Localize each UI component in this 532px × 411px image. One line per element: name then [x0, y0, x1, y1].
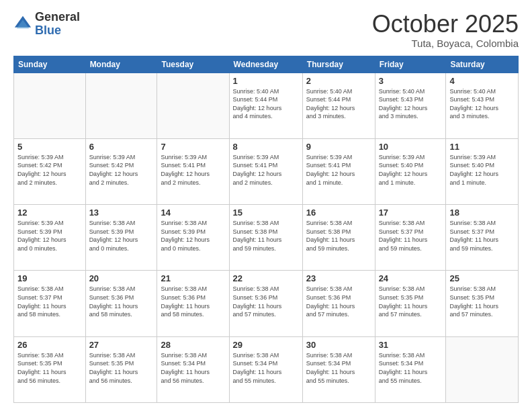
calendar-table: Sunday Monday Tuesday Wednesday Thursday… — [13, 56, 519, 403]
cell-w4-d2: 21Sunrise: 5:38 AM Sunset: 5:36 PM Dayli… — [157, 271, 229, 336]
cell-w2-d5: 10Sunrise: 5:39 AM Sunset: 5:40 PM Dayli… — [375, 138, 446, 204]
cell-w3-d0: 12Sunrise: 5:39 AM Sunset: 5:39 PM Dayli… — [14, 205, 86, 271]
day-info: Sunrise: 5:38 AM Sunset: 5:38 PM Dayligh… — [306, 219, 371, 253]
day-number: 25 — [449, 273, 515, 283]
cell-w1-d1 — [85, 73, 157, 138]
day-info: Sunrise: 5:40 AM Sunset: 5:43 PM Dayligh… — [449, 87, 515, 121]
day-info: Sunrise: 5:39 AM Sunset: 5:41 PM Dayligh… — [233, 153, 299, 187]
day-info: Sunrise: 5:38 AM Sunset: 5:36 PM Dayligh… — [89, 285, 154, 318]
day-number: 2 — [306, 76, 371, 86]
week-row-1: 1Sunrise: 5:40 AM Sunset: 5:44 PM Daylig… — [14, 73, 519, 138]
day-number: 15 — [233, 208, 299, 218]
day-number: 1 — [233, 76, 299, 86]
day-info: Sunrise: 5:39 AM Sunset: 5:40 PM Dayligh… — [449, 153, 515, 187]
day-number: 20 — [89, 273, 154, 283]
day-number: 11 — [449, 142, 515, 152]
header: General Blue October 2025 Tuta, Boyaca, … — [13, 11, 519, 49]
day-info: Sunrise: 5:39 AM Sunset: 5:42 PM Dayligh… — [17, 153, 82, 187]
header-thursday: Thursday — [302, 56, 375, 73]
day-info: Sunrise: 5:38 AM Sunset: 5:34 PM Dayligh… — [379, 351, 443, 385]
day-info: Sunrise: 5:38 AM Sunset: 5:39 PM Dayligh… — [89, 219, 154, 253]
header-sunday: Sunday — [14, 56, 86, 73]
cell-w5-d2: 28Sunrise: 5:38 AM Sunset: 5:34 PM Dayli… — [157, 336, 229, 402]
month-title: October 2025 — [372, 11, 519, 38]
day-info: Sunrise: 5:38 AM Sunset: 5:35 PM Dayligh… — [89, 351, 154, 385]
day-number: 16 — [306, 208, 371, 218]
cell-w4-d0: 19Sunrise: 5:38 AM Sunset: 5:37 PM Dayli… — [14, 271, 86, 336]
day-info: Sunrise: 5:38 AM Sunset: 5:36 PM Dayligh… — [306, 285, 371, 318]
location-subtitle: Tuta, Boyaca, Colombia — [372, 38, 519, 49]
day-info: Sunrise: 5:38 AM Sunset: 5:39 PM Dayligh… — [161, 219, 225, 253]
logo-general: General — [35, 10, 80, 24]
day-number: 27 — [89, 340, 154, 350]
day-number: 9 — [306, 142, 371, 152]
logo-icon — [13, 15, 32, 34]
day-info: Sunrise: 5:38 AM Sunset: 5:37 PM Dayligh… — [17, 285, 82, 318]
cell-w3-d2: 14Sunrise: 5:38 AM Sunset: 5:39 PM Dayli… — [157, 205, 229, 271]
day-number: 28 — [161, 340, 225, 350]
cell-w3-d4: 16Sunrise: 5:38 AM Sunset: 5:38 PM Dayli… — [302, 205, 375, 271]
title-block: October 2025 Tuta, Boyaca, Colombia — [372, 11, 519, 49]
cell-w4-d6: 25Sunrise: 5:38 AM Sunset: 5:35 PM Dayli… — [446, 271, 519, 336]
cell-w5-d4: 30Sunrise: 5:38 AM Sunset: 5:34 PM Dayli… — [302, 336, 375, 402]
day-info: Sunrise: 5:38 AM Sunset: 5:37 PM Dayligh… — [449, 219, 515, 253]
cell-w3-d3: 15Sunrise: 5:38 AM Sunset: 5:38 PM Dayli… — [229, 205, 302, 271]
cell-w5-d6 — [446, 336, 519, 402]
day-number: 10 — [379, 142, 443, 152]
logo: General Blue — [13, 11, 80, 38]
day-info: Sunrise: 5:40 AM Sunset: 5:44 PM Dayligh… — [233, 87, 299, 121]
day-info: Sunrise: 5:38 AM Sunset: 5:34 PM Dayligh… — [161, 351, 225, 385]
cell-w2-d1: 6Sunrise: 5:39 AM Sunset: 5:42 PM Daylig… — [85, 138, 157, 204]
day-info: Sunrise: 5:38 AM Sunset: 5:35 PM Dayligh… — [17, 351, 82, 385]
cell-w4-d5: 24Sunrise: 5:38 AM Sunset: 5:35 PM Dayli… — [375, 271, 446, 336]
cell-w5-d1: 27Sunrise: 5:38 AM Sunset: 5:35 PM Dayli… — [85, 336, 157, 402]
week-row-3: 12Sunrise: 5:39 AM Sunset: 5:39 PM Dayli… — [14, 205, 519, 271]
day-number: 13 — [89, 208, 154, 218]
week-row-5: 26Sunrise: 5:38 AM Sunset: 5:35 PM Dayli… — [14, 336, 519, 402]
day-number: 5 — [17, 142, 82, 152]
day-number: 21 — [161, 273, 225, 283]
day-number: 18 — [449, 208, 515, 218]
week-row-4: 19Sunrise: 5:38 AM Sunset: 5:37 PM Dayli… — [14, 271, 519, 336]
day-number: 7 — [161, 142, 225, 152]
day-info: Sunrise: 5:38 AM Sunset: 5:35 PM Dayligh… — [449, 285, 515, 318]
day-info: Sunrise: 5:39 AM Sunset: 5:40 PM Dayligh… — [379, 153, 443, 187]
calendar-page: General Blue October 2025 Tuta, Boyaca, … — [0, 0, 532, 411]
header-friday: Friday — [375, 56, 446, 73]
cell-w4-d3: 22Sunrise: 5:38 AM Sunset: 5:36 PM Dayli… — [229, 271, 302, 336]
cell-w1-d2 — [157, 73, 229, 138]
day-number: 30 — [306, 340, 371, 350]
day-number: 31 — [379, 340, 443, 350]
day-info: Sunrise: 5:39 AM Sunset: 5:42 PM Dayligh… — [89, 153, 154, 187]
cell-w4-d4: 23Sunrise: 5:38 AM Sunset: 5:36 PM Dayli… — [302, 271, 375, 336]
cell-w2-d0: 5Sunrise: 5:39 AM Sunset: 5:42 PM Daylig… — [14, 138, 86, 204]
day-info: Sunrise: 5:39 AM Sunset: 5:41 PM Dayligh… — [306, 153, 371, 187]
cell-w1-d0 — [14, 73, 86, 138]
day-number: 6 — [89, 142, 154, 152]
cell-w2-d6: 11Sunrise: 5:39 AM Sunset: 5:40 PM Dayli… — [446, 138, 519, 204]
cell-w5-d0: 26Sunrise: 5:38 AM Sunset: 5:35 PM Dayli… — [14, 336, 86, 402]
day-info: Sunrise: 5:40 AM Sunset: 5:44 PM Dayligh… — [306, 87, 371, 121]
day-info: Sunrise: 5:39 AM Sunset: 5:41 PM Dayligh… — [161, 153, 225, 187]
day-info: Sunrise: 5:38 AM Sunset: 5:34 PM Dayligh… — [306, 351, 371, 385]
day-number: 19 — [17, 273, 82, 283]
day-number: 8 — [233, 142, 299, 152]
day-number: 3 — [379, 76, 443, 86]
day-info: Sunrise: 5:38 AM Sunset: 5:38 PM Dayligh… — [233, 219, 299, 253]
day-number: 14 — [161, 208, 225, 218]
cell-w2-d3: 8Sunrise: 5:39 AM Sunset: 5:41 PM Daylig… — [229, 138, 302, 204]
day-info: Sunrise: 5:40 AM Sunset: 5:43 PM Dayligh… — [379, 87, 443, 121]
day-info: Sunrise: 5:38 AM Sunset: 5:36 PM Dayligh… — [233, 285, 299, 318]
day-number: 12 — [17, 208, 82, 218]
day-number: 24 — [379, 273, 443, 283]
logo-blue: Blue — [35, 24, 61, 37]
cell-w3-d6: 18Sunrise: 5:38 AM Sunset: 5:37 PM Dayli… — [446, 205, 519, 271]
cell-w5-d5: 31Sunrise: 5:38 AM Sunset: 5:34 PM Dayli… — [375, 336, 446, 402]
cell-w1-d3: 1Sunrise: 5:40 AM Sunset: 5:44 PM Daylig… — [229, 73, 302, 138]
cell-w1-d6: 4Sunrise: 5:40 AM Sunset: 5:43 PM Daylig… — [446, 73, 519, 138]
day-number: 29 — [233, 340, 299, 350]
header-saturday: Saturday — [446, 56, 519, 73]
cell-w3-d1: 13Sunrise: 5:38 AM Sunset: 5:39 PM Dayli… — [85, 205, 157, 271]
cell-w3-d5: 17Sunrise: 5:38 AM Sunset: 5:37 PM Dayli… — [375, 205, 446, 271]
logo-text: General Blue — [35, 11, 80, 38]
